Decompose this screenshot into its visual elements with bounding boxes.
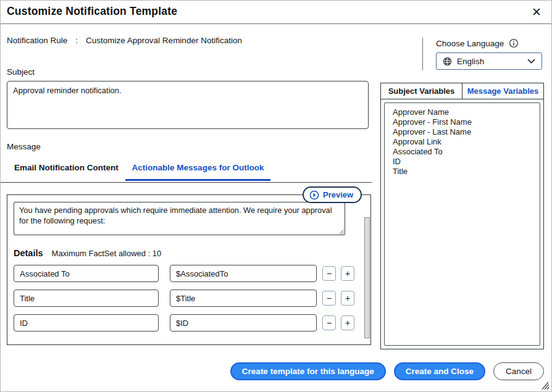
info-icon[interactable] [509, 38, 519, 48]
tabs-divider [1, 182, 372, 183]
variables-panel: Subject Variables Message Variables Appr… [380, 83, 544, 349]
add-fact-button[interactable]: + [341, 266, 354, 281]
tab-message-variables[interactable]: Message Variables [462, 83, 543, 99]
variable-list-item[interactable]: Approver - First Name [393, 117, 540, 127]
fact-label-input[interactable] [14, 290, 159, 307]
variables-list: Approver Name Approver - First Name Appr… [384, 102, 540, 346]
footer-actions: Create template for this language Create… [1, 362, 544, 380]
fact-row: − + [7, 265, 370, 282]
remove-fact-button[interactable]: − [322, 291, 336, 306]
notification-rule-value: Customize Approval Reminder Notification [86, 36, 242, 45]
notification-rule-row: Notification Rule:Customize Approval Rem… [7, 36, 242, 45]
fact-label-input[interactable] [14, 265, 159, 282]
subject-input[interactable]: Approval reminder notification. [7, 81, 369, 129]
fact-value-input[interactable] [170, 314, 317, 332]
chevron-down-icon [527, 59, 535, 64]
create-and-close-button[interactable]: Create and Close [394, 362, 485, 380]
message-body-input[interactable]: You have pending approvals which require… [14, 202, 345, 235]
add-fact-button[interactable]: + [341, 315, 354, 330]
variable-list-item[interactable]: Title [393, 167, 540, 177]
fact-row: − + [7, 290, 370, 307]
details-row: Details Maximum FactSet allowed : 10 [14, 248, 161, 258]
add-fact-button[interactable]: + [341, 291, 354, 306]
close-icon[interactable]: ✕ [528, 3, 545, 20]
variable-list-item[interactable]: Approval Link [393, 137, 540, 147]
preview-button[interactable]: Preview [303, 186, 362, 203]
cancel-button[interactable]: Cancel [493, 362, 544, 380]
choose-language-label-row: Choose Language [436, 38, 519, 48]
variable-list-item[interactable]: Approver - Last Name [393, 127, 540, 137]
choose-language-label: Choose Language [436, 39, 504, 48]
notification-rule-label: Notification Rule [7, 36, 67, 45]
variable-list-item[interactable]: ID [393, 157, 540, 167]
tab-email-notification-content[interactable]: Email Notification Content [14, 163, 119, 172]
globe-icon [443, 57, 452, 66]
variables-tabs: Subject Variables Message Variables [381, 83, 543, 99]
remove-fact-button[interactable]: − [322, 315, 336, 330]
fact-label-input[interactable] [14, 314, 159, 332]
dialog-title: Customize Notification Template [7, 5, 177, 18]
variable-list-item[interactable]: Associated To [393, 147, 540, 157]
tab-subject-variables[interactable]: Subject Variables [381, 83, 462, 99]
active-tab-underline [125, 179, 270, 181]
variable-list-item[interactable]: Approver Name [393, 107, 540, 117]
max-factset-hint: Maximum FactSet allowed : 10 [52, 249, 162, 258]
create-template-language-button[interactable]: Create template for this language [230, 362, 386, 380]
preview-label: Preview [323, 190, 353, 199]
rule-separator: : [75, 36, 78, 45]
customize-notification-template-dialog: Customize Notification Template ✕ Notifi… [0, 0, 552, 392]
header-divider [1, 23, 552, 24]
message-content-box: You have pending approvals which require… [7, 194, 371, 345]
tab-actionable-messages-outlook[interactable]: Actionable Messages for Outlook [125, 163, 270, 172]
details-label: Details [14, 248, 43, 258]
fact-row: − + [7, 314, 370, 332]
fact-value-input[interactable] [170, 290, 317, 307]
fact-value-input[interactable] [170, 265, 317, 282]
language-dropdown[interactable]: English [436, 52, 542, 70]
language-selected-value: English [457, 57, 522, 66]
remove-fact-button[interactable]: − [322, 266, 336, 281]
message-label: Message [7, 142, 41, 151]
subject-label: Subject [7, 67, 35, 77]
resize-grip[interactable] [540, 382, 549, 390]
language-section-divider [422, 38, 423, 70]
play-icon [309, 190, 319, 200]
